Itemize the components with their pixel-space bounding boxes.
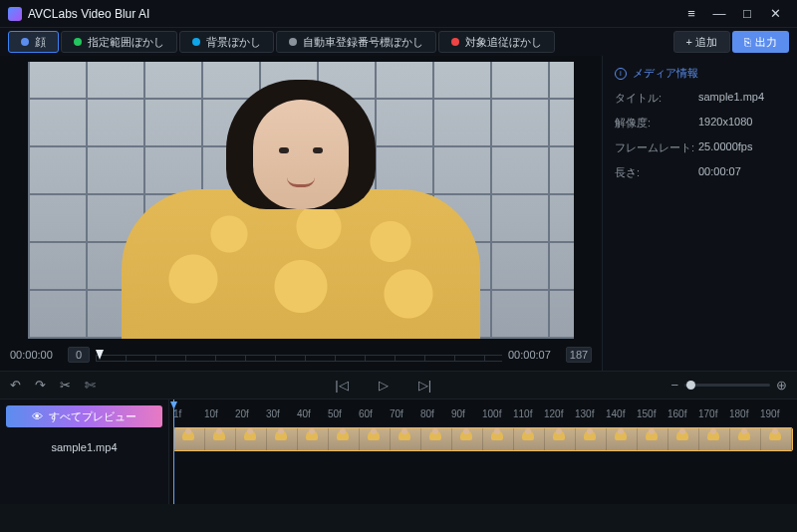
zoom-slider[interactable]: [684, 384, 770, 387]
face-icon: [21, 38, 29, 46]
prop-value: sample1.mp4: [698, 91, 764, 106]
timeline-sidebar: 👁 すべてプレビュー sample1.mp4: [0, 399, 169, 504]
video-canvas[interactable]: [28, 62, 574, 339]
preview-area: 00:00:00 0 00:00:07 187: [0, 56, 602, 371]
edit-bar: ↶ ↷ ✂ ✄ |◁ ▷ ▷| − ⊕: [0, 371, 797, 399]
zoom-in-button[interactable]: ⊕: [776, 378, 787, 393]
mode-face[interactable]: 顔: [8, 31, 59, 53]
minimize-button[interactable]: —: [705, 4, 733, 24]
add-button[interactable]: + 追加: [673, 31, 730, 53]
app-logo: [8, 7, 22, 21]
titlebar: AVCLabs Video Blur AI ≡ — □ ✕: [0, 0, 797, 28]
prop-value: 00:00:07: [698, 165, 741, 180]
ruler-tick: 20f: [235, 408, 266, 419]
region-icon: [74, 38, 82, 46]
prop-key: 長さ:: [615, 165, 698, 180]
zoom-control: − ⊕: [670, 378, 787, 393]
mode-region[interactable]: 指定範囲ぼかし: [61, 31, 177, 53]
ruler-tick: 30f: [266, 408, 297, 419]
scrub-bar: 00:00:00 0 00:00:07 187: [0, 339, 602, 371]
ruler-tick: 140f: [606, 408, 637, 419]
preview-all-button[interactable]: 👁 すべてプレビュー: [6, 405, 162, 427]
close-button[interactable]: ✕: [761, 4, 789, 24]
ruler-tick: 160f: [667, 408, 698, 419]
undo-button[interactable]: ↶: [10, 378, 21, 393]
ruler-tick: 100f: [482, 408, 513, 419]
ruler-tick: 180f: [729, 408, 760, 419]
ruler-tick: 150f: [637, 408, 667, 419]
timeline-playhead[interactable]: [173, 399, 174, 504]
add-label: + 追加: [686, 35, 717, 50]
mode-label: 指定範囲ぼかし: [88, 35, 164, 50]
ruler-tick: 40f: [297, 408, 328, 419]
clip-thumbnail: [545, 428, 576, 450]
clip-thumbnail: [360, 428, 391, 450]
clip-thumbnail: [267, 428, 298, 450]
timeline-tracks[interactable]: 1f10f20f30f40f50f60f70f80f90f100f110f120…: [169, 399, 797, 504]
prop-resolution: 解像度: 1920x1080: [615, 116, 785, 131]
redo-button[interactable]: ↷: [35, 378, 46, 393]
ruler-tick: 1f: [173, 408, 204, 419]
ruler-tick: 170f: [698, 408, 729, 419]
preview-all-label: すべてプレビュー: [49, 409, 136, 424]
clip-thumbnail: [668, 428, 699, 450]
clip-thumbnail: [483, 428, 514, 450]
mode-label: 顔: [35, 35, 46, 50]
export-icon: ⎘: [744, 36, 751, 48]
media-info-header: i メディア情報: [615, 66, 785, 81]
eye-icon: 👁: [32, 410, 43, 422]
ruler-tick: 60f: [359, 408, 390, 419]
mode-background[interactable]: 背景ぼかし: [179, 31, 274, 53]
timeline-ruler[interactable]: 1f10f20f30f40f50f60f70f80f90f100f110f120…: [169, 399, 797, 421]
mode-label: 背景ぼかし: [206, 35, 261, 50]
frame-start[interactable]: 0: [68, 347, 90, 363]
ruler-tick: 190f: [760, 408, 791, 419]
clip-thumbnail: [699, 428, 730, 450]
prop-key: タイトル:: [615, 91, 698, 106]
clip-thumbnail: [298, 428, 329, 450]
prop-framerate: フレームレート: 25.0000fps: [615, 140, 785, 155]
tracking-icon: [451, 38, 459, 46]
scrub-track[interactable]: [96, 348, 502, 362]
time-start: 00:00:00: [10, 349, 62, 361]
mode-license-plate[interactable]: 自動車登録番号標ぼかし: [276, 31, 436, 53]
prop-title: タイトル: sample1.mp4: [615, 91, 785, 106]
clip-track[interactable]: [173, 427, 793, 451]
clip-thumbnail: [205, 428, 236, 450]
clip-thumbnail: [174, 428, 205, 450]
timeline: 👁 すべてプレビュー sample1.mp4 1f10f20f30f40f50f…: [0, 399, 797, 504]
ruler-tick: 80f: [420, 408, 451, 419]
ruler-tick: 110f: [513, 408, 544, 419]
prop-duration: 長さ: 00:00:07: [615, 165, 785, 180]
video-subject: [122, 80, 480, 339]
clip-name[interactable]: sample1.mp4: [0, 433, 168, 461]
clip-thumbnail: [514, 428, 545, 450]
maximize-button[interactable]: □: [733, 4, 761, 24]
app-title: AVCLabs Video Blur AI: [28, 7, 149, 21]
split-button[interactable]: ✄: [85, 378, 96, 393]
mode-toolbar: 顔 指定範囲ぼかし 背景ぼかし 自動車登録番号標ぼかし 対象追従ぼかし + 追加…: [0, 28, 797, 56]
export-button[interactable]: ⎘ 出力: [732, 31, 789, 53]
prop-value: 1920x1080: [698, 116, 752, 131]
frame-end: 187: [566, 347, 592, 363]
cut-button[interactable]: ✂: [60, 378, 71, 393]
media-info-title: メディア情報: [633, 66, 698, 81]
time-end: 00:00:07: [508, 349, 560, 361]
clip-thumbnail: [391, 428, 421, 450]
ruler-tick: 130f: [575, 408, 606, 419]
next-frame-button[interactable]: ▷|: [418, 378, 431, 393]
clip-thumbnail: [730, 428, 761, 450]
ruler-tick: 70f: [390, 408, 420, 419]
prop-value: 25.0000fps: [698, 140, 752, 155]
prev-frame-button[interactable]: |◁: [335, 378, 348, 393]
zoom-out-button[interactable]: −: [670, 378, 678, 393]
info-icon: i: [615, 68, 627, 80]
play-button[interactable]: ▷: [379, 378, 389, 393]
menu-button[interactable]: ≡: [677, 4, 705, 24]
media-info-panel: i メディア情報 タイトル: sample1.mp4 解像度: 1920x108…: [602, 56, 797, 371]
prop-key: 解像度:: [615, 116, 698, 131]
clip-thumbnail: [638, 428, 668, 450]
zoom-thumb[interactable]: [686, 381, 695, 390]
mode-tracking[interactable]: 対象追従ぼかし: [438, 31, 555, 53]
ruler-tick: 50f: [328, 408, 359, 419]
